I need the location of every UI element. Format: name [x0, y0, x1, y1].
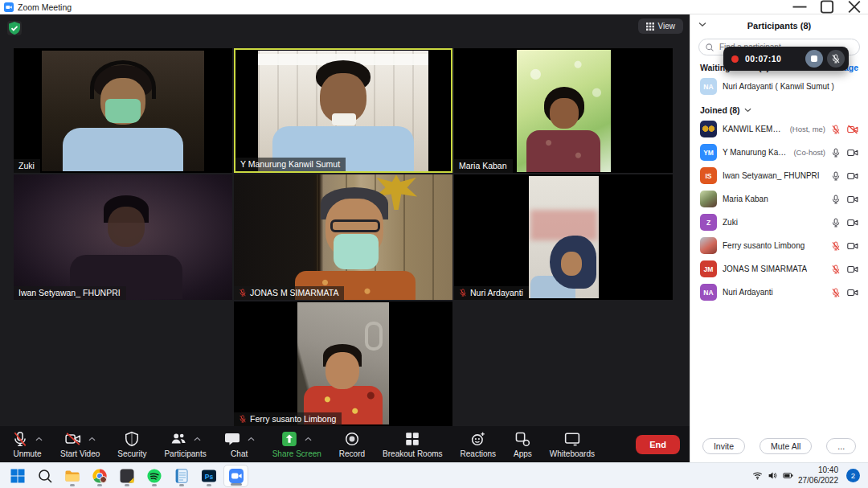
avatar: [700, 191, 717, 207]
chevron-up-icon[interactable]: [194, 437, 201, 441]
taskbar-app-icon[interactable]: [141, 465, 166, 487]
view-button[interactable]: View: [638, 18, 684, 34]
chevron-up-icon[interactable]: [88, 437, 96, 441]
recording-dot: [731, 55, 739, 63]
avatar: NA: [700, 284, 717, 301]
toolbar-button[interactable]: Unmute: [3, 431, 51, 458]
participants-panel: Participants (8) 00:07:10 Waiting Room (…: [690, 14, 868, 462]
participant-name: Maria Kaban: [459, 161, 507, 170]
taskbar-app-icon[interactable]: [5, 465, 30, 487]
camera-status-icon: [847, 287, 858, 298]
zoom-app-icon: [4, 2, 14, 12]
participant-row[interactable]: Maria Kaban: [690, 187, 868, 211]
meeting-top-bar: View: [0, 14, 690, 48]
toolbar-button[interactable]: Chat: [215, 431, 264, 458]
video-tile[interactable]: Zuki: [14, 48, 232, 173]
video-tile[interactable]: Y Manurung Kanwil Sumut: [234, 48, 452, 173]
invite-button[interactable]: Invite: [702, 438, 745, 454]
toolbar-button[interactable]: Apps: [505, 431, 541, 458]
panel-collapse-chevron-icon[interactable]: [698, 22, 706, 27]
avatar: [700, 237, 717, 254]
participant-video: [297, 302, 389, 424]
toolbar-button-icon: [65, 431, 81, 447]
toolbar-button[interactable]: Security: [108, 431, 155, 458]
participant-name-label: JONAS M SIMARMATA: [234, 286, 344, 300]
taskbar-app-icon[interactable]: [169, 465, 194, 487]
participant-name-label: Maria Kaban: [454, 159, 513, 173]
video-tile[interactable]: Ferry susanto Limbong: [234, 301, 452, 426]
participant-row[interactable]: IS Iwan Setyawan_ FHUNPRI: [690, 164, 868, 187]
system-tray: 10:40 27/06/2022 2: [752, 465, 863, 486]
toolbar-button[interactable]: Reactions: [452, 431, 505, 458]
participant-name: JONAS M SIMARMATA: [250, 288, 338, 297]
participant-video: [517, 50, 611, 172]
participant-row[interactable]: Ferry susanto Limbong: [690, 234, 868, 257]
taskbar-app-icon[interactable]: [223, 465, 248, 487]
recording-timer: 00:07:10: [745, 54, 781, 64]
close-button[interactable]: [841, 0, 868, 14]
muted-mic-icon: [239, 289, 247, 297]
toolbar-button-icon: [344, 431, 360, 447]
maximize-button[interactable]: [813, 0, 841, 14]
participant-row[interactable]: YM Y Manurung Kanwil Su... (Co-host): [690, 141, 868, 164]
video-tile[interactable]: Iwan Setyawan_ FHUNPRI: [14, 174, 232, 299]
zoom-meeting-window: View: [0, 14, 868, 462]
taskbar-app-icon[interactable]: [114, 465, 139, 487]
participant-video: [258, 51, 428, 171]
chevron-up-icon[interactable]: [248, 437, 255, 441]
toolbar-button[interactable]: Start Video: [51, 431, 108, 458]
minimize-button[interactable]: [786, 0, 813, 14]
avatar: [700, 121, 717, 137]
waiting-room-row[interactable]: NA Nuri Ardayanti ( Kanwil Sumut ): [690, 75, 868, 98]
toolbar-button[interactable]: Record: [330, 431, 374, 458]
taskbar-app-icon[interactable]: [32, 465, 57, 487]
taskbar-app-icon[interactable]: [87, 465, 112, 487]
stop-recording-button[interactable]: [805, 50, 823, 68]
camera-status-icon: [847, 194, 858, 205]
mic-status-icon: [831, 218, 841, 228]
toolbar-button-label: Chat: [231, 449, 248, 458]
participant-name: Zuki: [723, 218, 738, 227]
taskbar-app-icon[interactable]: Ps: [196, 465, 221, 487]
participant-video: [234, 174, 452, 299]
participant-name: Ferry susanto Limbong: [723, 241, 805, 250]
wifi-icon[interactable]: [752, 470, 763, 481]
joined-section-header[interactable]: Joined (8): [690, 98, 868, 117]
video-tile[interactable]: Nuri Ardayanti: [454, 174, 673, 299]
meeting-info-shield-icon[interactable]: [7, 21, 22, 35]
participant-row[interactable]: Z Zuki: [690, 211, 868, 234]
participant-row[interactable]: KANWIL KEMENKUMH... (Host, me): [690, 117, 868, 141]
toolbar-button-icon: [224, 431, 240, 447]
participants-panel-header: Participants (8): [690, 14, 868, 36]
window-controls: [786, 0, 868, 14]
more-options-button[interactable]: ...: [826, 438, 856, 454]
participant-name-label: Y Manurung Kanwil Sumut: [235, 158, 346, 171]
battery-icon[interactable]: [783, 470, 793, 481]
meeting-stage: View: [0, 14, 690, 462]
toolbar-button[interactable]: 9 Participants: [155, 431, 215, 458]
volume-icon[interactable]: [768, 470, 778, 481]
notification-count-badge[interactable]: 2: [846, 469, 860, 482]
muted-mic-icon: [459, 289, 467, 297]
mute-all-button[interactable]: Mute All: [760, 438, 812, 454]
video-tile[interactable]: Maria Kaban: [454, 48, 673, 173]
toolbar-button-icon: [281, 431, 297, 447]
chevron-up-icon[interactable]: [305, 437, 312, 441]
video-tile[interactable]: JONAS M SIMARMATA: [234, 174, 452, 299]
end-button[interactable]: End: [636, 435, 680, 454]
toolbar-button-icon: [12, 431, 28, 447]
taskbar-app-icon[interactable]: [59, 465, 84, 487]
taskbar-clock[interactable]: 10:40 27/06/2022: [798, 465, 838, 486]
chevron-up-icon[interactable]: [35, 437, 43, 441]
camera-status-icon: [847, 217, 858, 228]
mic-status-icon: [831, 148, 841, 158]
recording-mic-muted-button[interactable]: [827, 50, 845, 68]
toolbar-button-icon: [170, 431, 186, 447]
window-title: Zoom Meeting: [18, 2, 72, 12]
toolbar-button[interactable]: Breakout Rooms: [374, 431, 451, 458]
toolbar-button[interactable]: Whiteboards: [541, 431, 604, 458]
participant-row[interactable]: JM JONAS M SIMARMATA: [690, 257, 868, 281]
participant-row[interactable]: NA Nuri Ardayanti: [690, 281, 868, 304]
toolbar-button[interactable]: Share Screen: [264, 431, 330, 458]
avatar: YM: [700, 144, 717, 161]
